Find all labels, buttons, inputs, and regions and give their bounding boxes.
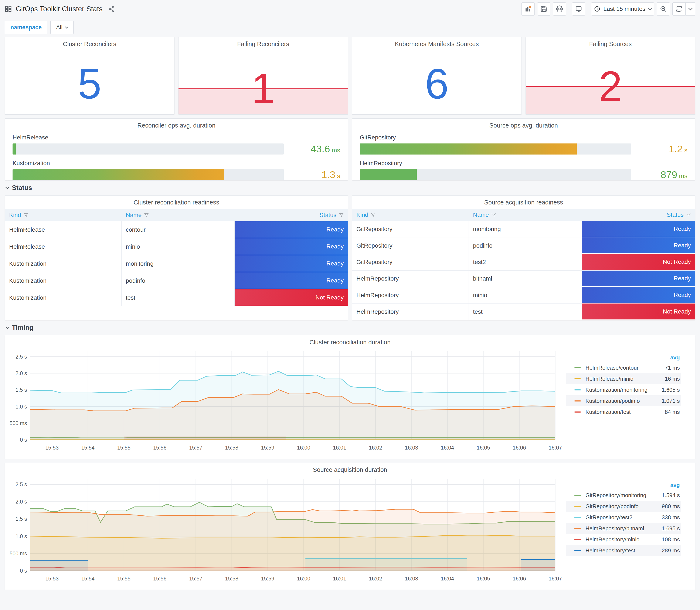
time-range-picker[interactable]: Last 15 minutes	[591, 2, 654, 16]
cell-name: test2	[469, 254, 582, 271]
stat-panel[interactable]: Failing Reconcilers1	[178, 37, 348, 115]
legend-series-avg: 1.594 s	[648, 492, 680, 499]
chart-canvas[interactable]: 15:5315:5415:5515:5615:5715:5815:5916:00…	[5, 346, 566, 455]
bargauge-line: 43.6ms	[13, 143, 340, 155]
svg-text:16:07: 16:07	[549, 576, 562, 581]
filter-icon[interactable]	[686, 212, 691, 217]
chart-body: 15:5315:5415:5515:5615:5715:5815:5916:00…	[5, 473, 695, 590]
legend-series-swatch	[574, 367, 581, 368]
filter-icon[interactable]	[23, 213, 28, 218]
bargauge-line: 1.2s	[360, 143, 687, 155]
zoom-out-button[interactable]	[657, 2, 670, 16]
bargauge-panel: Source ops avg. durationGitRepository1.2…	[352, 118, 695, 180]
legend-series-name: Kustomization/test	[585, 409, 648, 415]
legend-item[interactable]: Kustomization/test84 ms	[566, 406, 681, 417]
svg-text:1.5 s: 1.5 s	[16, 516, 27, 522]
chart-legend: avgGitRepository/monitoring1.594 sGitRep…	[566, 473, 687, 590]
stat-panel-title: Failing Sources	[526, 37, 695, 48]
column-header-name[interactable]: Name	[121, 212, 235, 219]
cell-status: Ready	[234, 272, 348, 289]
filter-icon[interactable]	[339, 213, 344, 218]
column-header-status[interactable]: Status	[234, 212, 348, 219]
table-row: HelmReleaseminioReady	[5, 238, 348, 255]
add-panel-button[interactable]	[521, 2, 535, 16]
bargauge-label: Kustomization	[13, 160, 340, 167]
stat-value: 2	[526, 65, 695, 108]
section-status[interactable]: Status	[5, 180, 695, 195]
cell-status: Not Ready	[582, 304, 695, 320]
legend-item[interactable]: HelmRepository/minio108 ms	[566, 534, 681, 545]
column-header-kind[interactable]: Kind	[5, 212, 121, 219]
svg-text:2.0 s: 2.0 s	[16, 370, 27, 376]
share-icon[interactable]	[108, 6, 115, 12]
bargauge-value: 1.2s	[636, 143, 687, 155]
refresh-interval-button[interactable]	[686, 2, 695, 16]
legend-series-name: GitRepository/test2	[585, 514, 648, 521]
cell-kind: HelmRepository	[352, 304, 469, 320]
legend-series-avg: 108 ms	[648, 536, 680, 543]
svg-text:15:54: 15:54	[81, 576, 95, 581]
legend-series-swatch	[574, 539, 581, 540]
chevron-down-icon	[648, 6, 652, 11]
cell-kind: GitRepository	[352, 237, 469, 254]
cycle-view-mode-button[interactable]	[572, 2, 585, 16]
legend-avg-header[interactable]: avg	[566, 354, 681, 361]
legend-avg-header[interactable]: avg	[566, 482, 681, 488]
legend-item[interactable]: HelmRelease/contour71 ms	[566, 362, 681, 373]
legend-item[interactable]: GitRepository/monitoring1.594 s	[566, 490, 681, 501]
filter-icon[interactable]	[144, 213, 149, 218]
dashboard: GitOps Toolkit Cluster Stats	[0, 0, 700, 610]
section-timing[interactable]: Timing	[5, 320, 695, 335]
bargauge-track	[13, 143, 284, 155]
table-header-row: KindNameStatus	[352, 209, 695, 221]
legend-series-name: HelmRepository/minio	[585, 536, 648, 543]
dashboards-icon[interactable]	[5, 5, 12, 13]
stat-panel-body: 6	[352, 48, 521, 114]
svg-text:16:06: 16:06	[513, 576, 526, 581]
chevron-down-icon	[5, 325, 9, 329]
column-header-status[interactable]: Status	[582, 211, 695, 218]
chevron-down-icon	[65, 25, 68, 29]
filter-icon[interactable]	[491, 212, 496, 217]
bargauge-value: 1.3s	[289, 169, 340, 180]
chart-canvas[interactable]: 15:5315:5415:5515:5615:5715:5815:5916:00…	[5, 473, 566, 585]
legend-item[interactable]: HelmRelease/minio16 ms	[566, 373, 681, 384]
monitor-icon	[575, 5, 582, 12]
dashboard-settings-button[interactable]	[553, 2, 566, 16]
svg-text:15:55: 15:55	[117, 576, 131, 581]
variable-namespace-select[interactable]: All	[50, 21, 74, 34]
legend-item[interactable]: HelmRepository/bitnami1.695 s	[566, 523, 681, 534]
table-title: Source acquisition readiness	[352, 195, 695, 206]
svg-text:16:07: 16:07	[549, 445, 562, 451]
stat-panel[interactable]: Cluster Reconcilers5	[5, 37, 175, 115]
legend-item[interactable]: GitRepository/podinfo980 ms	[566, 501, 681, 512]
legend-item[interactable]: Kustomization/podinfo1.071 s	[566, 395, 681, 406]
legend-item[interactable]: HelmRepository/test289 ms	[566, 545, 681, 556]
table-title: Cluster reconciliation readiness	[5, 195, 348, 206]
chart-title: Cluster reconciliation duration	[5, 335, 695, 346]
svg-text:16:04: 16:04	[441, 576, 454, 581]
bargauge-value: 43.6ms	[289, 143, 340, 155]
svg-text:2.5 s: 2.5 s	[16, 354, 27, 359]
bargauge-row: GitRepository1.2s	[360, 134, 687, 155]
stat-panel[interactable]: Kubernetes Manifests Sources6	[352, 37, 522, 115]
chart-legend: avgHelmRelease/contour71 msHelmRelease/m…	[566, 346, 687, 459]
save-dashboard-button[interactable]	[537, 2, 550, 16]
svg-text:1.5 s: 1.5 s	[16, 387, 27, 393]
series-fill	[124, 437, 286, 440]
svg-text:500 ms: 500 ms	[10, 420, 27, 426]
cell-name: minio	[469, 287, 582, 304]
bargauge-value-unit: s	[337, 172, 340, 179]
table-row: HelmRepositoryminioReady	[352, 287, 695, 304]
cell-name: bitnami	[469, 271, 582, 287]
column-header-name[interactable]: Name	[469, 211, 582, 218]
legend-item[interactable]: Kustomization/monitoring1.605 s	[566, 384, 681, 395]
legend-item[interactable]: GitRepository/test2338 ms	[566, 512, 681, 523]
stat-panel[interactable]: Failing Sources2	[525, 37, 695, 115]
cell-status: Ready	[234, 221, 348, 238]
table-row: HelmRepositorybitnamiReady	[352, 271, 695, 287]
chart-body: 15:5315:5415:5515:5615:5715:5815:5916:00…	[5, 346, 695, 459]
column-header-kind[interactable]: Kind	[352, 211, 469, 218]
filter-icon[interactable]	[371, 212, 375, 217]
refresh-button[interactable]	[672, 2, 686, 16]
